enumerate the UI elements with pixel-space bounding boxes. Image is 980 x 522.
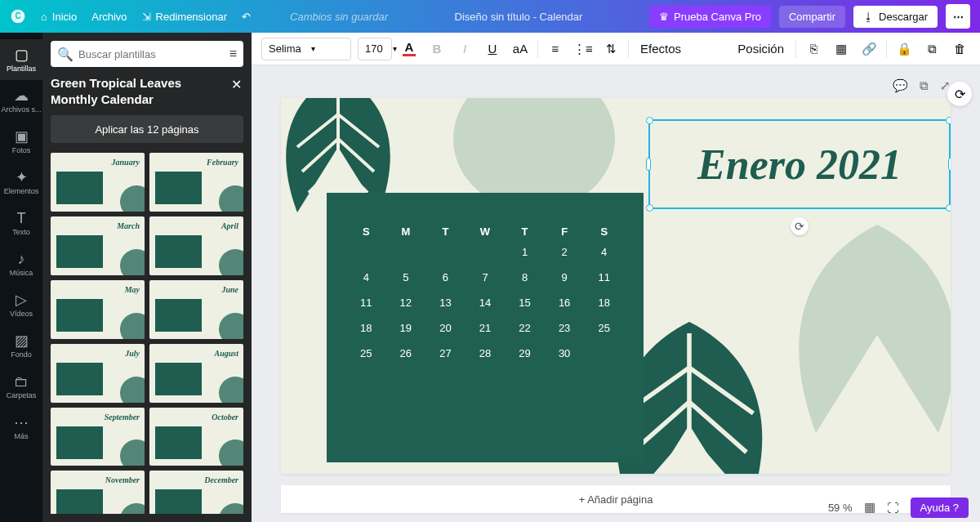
title-text-selection[interactable]: Enero 2021 ⟳ [648, 119, 951, 209]
thumb-month: June [221, 285, 238, 294]
calendar-cell: 11 [584, 271, 624, 283]
resize-handle[interactable] [946, 204, 951, 212]
resize-handle[interactable] [946, 117, 951, 124]
template-thumb[interactable]: July [51, 344, 145, 403]
calendar-cell: 13 [425, 297, 466, 309]
rail-item-fondo[interactable]: ▨Fondo [0, 325, 42, 366]
link-icon[interactable]: 🔗 [858, 38, 880, 60]
design-canvas[interactable]: SMTWTFS 12445678911111213141516181819202… [281, 98, 951, 474]
crown-icon: ♛ [659, 11, 669, 23]
rail-item-texto[interactable]: TTexto [0, 203, 42, 243]
more-button[interactable]: ⋯ [946, 4, 970, 29]
rail-item-vídeos[interactable]: ▷Vídeos [0, 284, 42, 325]
close-icon[interactable]: ✕ [229, 75, 243, 94]
page-duplicate-icon[interactable]: ⧉ [920, 78, 929, 93]
rail-label: Más [14, 432, 28, 440]
home-label: Inicio [52, 11, 77, 23]
page-comments-icon[interactable]: 💬 [893, 78, 908, 93]
home-button[interactable]: ⌂ Inicio [41, 11, 77, 23]
download-label: Descargar [879, 11, 928, 23]
underline-button[interactable]: U [482, 38, 503, 60]
thumb-month: July [125, 349, 140, 358]
template-thumb[interactable]: October [149, 408, 243, 466]
copy-style-icon[interactable]: ⎘ [803, 38, 824, 60]
search-input[interactable] [78, 48, 225, 60]
rail-item-elementos[interactable]: ✦Elementos [0, 162, 42, 203]
template-thumb[interactable]: August [149, 344, 243, 403]
calendar-cell: 25 [584, 322, 624, 334]
resize-button[interactable]: ⇲ Redimensionar [142, 11, 227, 23]
try-pro-label: Prueba Canva Pro [674, 11, 761, 23]
download-button[interactable]: ⭳ Descargar [853, 6, 938, 28]
rail-item-fotos[interactable]: ▣Fotos [0, 121, 42, 162]
font-name: Selima [269, 42, 301, 55]
calendar-cell: 2 [545, 246, 585, 258]
title-text[interactable]: Enero 2021 [697, 141, 902, 189]
list-button[interactable]: ⋮≡ [572, 38, 594, 60]
template-thumb[interactable]: December [149, 471, 243, 514]
grid-view-icon[interactable]: ▦ [864, 500, 875, 515]
transparency-icon[interactable]: ▦ [831, 38, 852, 60]
template-thumb[interactable]: May [51, 280, 145, 339]
rail-label: Fotos [12, 146, 31, 154]
texto-icon: T [17, 211, 26, 225]
try-pro-button[interactable]: ♛ Prueba Canva Pro [649, 6, 771, 28]
font-select[interactable]: Selima ▾ [261, 38, 351, 60]
thumb-month: August [215, 349, 238, 358]
uppercase-button[interactable]: aA [510, 38, 531, 60]
document-title[interactable]: Diseño sin título - Calendar [455, 11, 583, 23]
rotate-handle[interactable]: ⟳ [791, 217, 808, 235]
thumb-month: November [105, 475, 140, 484]
rail-label: Texto [12, 228, 30, 236]
italic-button[interactable]: I [454, 38, 475, 60]
calendar-block[interactable]: SMTWTFS 12445678911111213141516181819202… [327, 193, 644, 462]
font-size-select[interactable]: 170 ▾ [358, 38, 392, 60]
zoom-level[interactable]: 59 % [828, 502, 853, 514]
position-button[interactable]: Posición [733, 38, 789, 60]
rail-item-plantillas[interactable]: ▢Plantillas [0, 39, 42, 80]
plantillas-icon: ▢ [15, 47, 29, 62]
template-thumb[interactable]: March [51, 216, 145, 275]
text-color-button[interactable]: A [399, 38, 420, 60]
template-thumb[interactable]: November [51, 471, 145, 514]
weekday-header: F [545, 225, 585, 238]
filter-icon[interactable]: ≡ [229, 47, 237, 61]
search-box[interactable]: 🔍 ≡ [51, 41, 243, 67]
elementos-icon: ✦ [16, 170, 28, 185]
resize-handle[interactable] [646, 204, 653, 212]
unsaved-text: Cambios sin guardar [290, 11, 388, 23]
rail-item-más[interactable]: ⋯Más [0, 407, 42, 448]
rail-item-música[interactable]: ♪Música [0, 243, 42, 284]
template-thumb[interactable]: February [149, 153, 243, 212]
thumb-month: December [204, 475, 238, 484]
apply-pages-button[interactable]: Aplicar las 12 páginas [51, 115, 243, 143]
canva-logo-icon[interactable]: C [10, 8, 26, 25]
duplicate-icon[interactable]: ⧉ [921, 38, 942, 60]
undo-button[interactable]: ↶ [242, 11, 251, 23]
spacing-button[interactable]: ⇅ [600, 38, 621, 60]
template-thumb[interactable]: September [51, 408, 145, 466]
rail-item-archivos s...[interactable]: ☁Archivos s... [0, 80, 42, 121]
calendar-cell: 6 [425, 271, 466, 283]
lock-icon[interactable]: 🔒 [893, 38, 915, 60]
rail-item-carpetas[interactable]: 🗀Carpetas [0, 366, 42, 407]
align-button[interactable]: ≡ [545, 38, 566, 60]
help-button[interactable]: Ayuda ? [911, 497, 969, 518]
template-thumb[interactable]: June [149, 280, 243, 339]
refresh-icon[interactable]: ⟳ [947, 82, 972, 106]
calendar-cell: 5 [386, 271, 426, 283]
resize-handle[interactable] [646, 158, 651, 171]
share-button[interactable]: Compartir [779, 6, 845, 28]
top-bar: C ⌂ Inicio Archivo ⇲ Redimensionar ↶ Cam… [0, 0, 980, 33]
bold-button[interactable]: B [426, 38, 448, 60]
resize-handle[interactable] [646, 117, 653, 124]
resize-handle[interactable] [948, 158, 951, 171]
effects-button[interactable]: Efectos [635, 38, 686, 60]
template-thumb[interactable]: January [51, 153, 145, 212]
vídeos-icon: ▷ [16, 292, 27, 307]
template-thumb[interactable]: April [149, 216, 243, 275]
calendar-cell: 26 [386, 347, 426, 359]
fullscreen-icon[interactable]: ⛶ [887, 501, 899, 515]
trash-icon[interactable]: 🗑 [949, 38, 970, 60]
file-menu[interactable]: Archivo [91, 11, 127, 23]
